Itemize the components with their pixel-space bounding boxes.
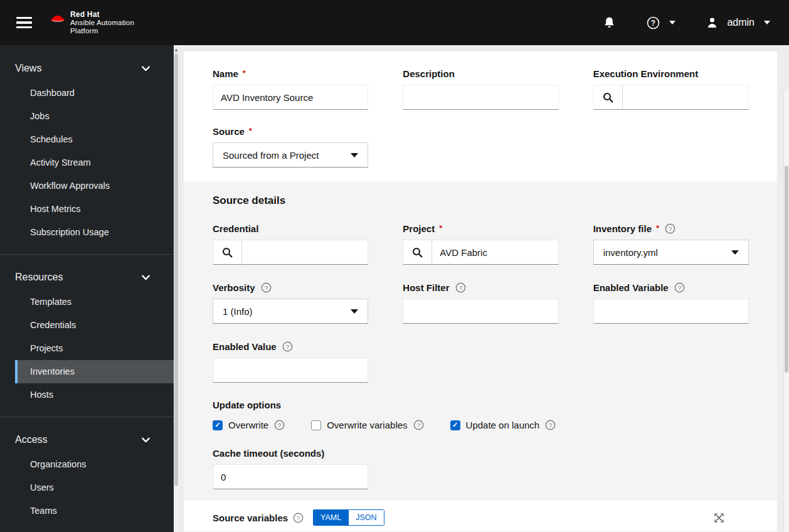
sidebar-item-users[interactable]: Users	[15, 476, 174, 499]
sidebar-group-resources-label: Resources	[15, 272, 63, 283]
overwrite-checkbox[interactable]: ✓	[213, 420, 223, 430]
app-window: Red Hat Ansible Automation Platform ?	[0, 0, 789, 532]
enabled-value-help-icon[interactable]: ?	[282, 341, 293, 352]
sidebar-item-activity-stream[interactable]: Activity Stream	[15, 151, 174, 174]
svg-text:?: ?	[286, 343, 289, 349]
sidebar-scrollbar[interactable]	[174, 45, 179, 532]
sidebar-item-hosts[interactable]: Hosts	[15, 383, 174, 407]
source-details-row-4: Cache timeout (seconds)	[213, 447, 749, 489]
enabled-value-input[interactable]	[213, 358, 368, 383]
overwrite-variables-checkbox[interactable]: ✓	[311, 420, 321, 430]
name-input[interactable]	[213, 85, 368, 110]
enabled-variable-field-group: Enabled Variable ?	[593, 282, 749, 324]
source-label: Source	[213, 126, 252, 137]
inventory-file-help-icon[interactable]: ?	[665, 223, 675, 234]
cache-timeout-input[interactable]	[213, 464, 368, 489]
chevron-down-icon	[142, 437, 150, 443]
brand-line3: Platform	[70, 27, 134, 35]
user-menu-button[interactable]: admin	[707, 17, 770, 29]
source-variables-help-icon[interactable]: ?	[293, 513, 304, 523]
source-variables-row: Source variables ? YAML JSON	[213, 501, 749, 526]
scrollbar-up-arrow-icon[interactable]	[174, 48, 178, 51]
svg-text:?: ?	[651, 18, 655, 27]
user-icon	[707, 17, 718, 29]
inventory-file-select[interactable]: inventory.yml	[593, 240, 749, 265]
cache-timeout-field-group: Cache timeout (seconds)	[213, 447, 368, 489]
svg-text:?: ?	[264, 284, 267, 290]
sidebar-item-dashboard[interactable]: Dashboard	[15, 82, 174, 105]
project-search-button[interactable]	[403, 240, 432, 265]
source-field-group: Source Sourced from a Project	[213, 125, 368, 168]
sidebar-item-subscription-usage[interactable]: Subscription Usage	[15, 221, 174, 244]
enabled-variable-label: Enabled Variable	[593, 282, 669, 293]
sidebar-scrollbar-thumb[interactable]	[174, 53, 178, 486]
project-input[interactable]	[432, 240, 558, 265]
notifications-button[interactable]	[603, 16, 615, 29]
form-row-2: Source Sourced from a Project	[213, 125, 749, 168]
brand-logo: Red Hat Ansible Automation Platform	[50, 11, 134, 35]
svg-text:?: ?	[678, 284, 681, 290]
chevron-down-icon	[142, 66, 150, 72]
sidebar-item-inventories[interactable]: Inventories	[15, 360, 174, 383]
update-on-launch-help-icon[interactable]: ?	[545, 420, 556, 430]
sidebar-group-resources-toggle[interactable]: Resources	[0, 255, 174, 290]
svg-text:?: ?	[549, 422, 552, 428]
update-on-launch-checkbox[interactable]: ✓	[450, 420, 460, 430]
credential-label: Credential	[213, 223, 258, 234]
description-label: Description	[403, 68, 455, 79]
sidebar-nav: Views Dashboard Jobs Schedules Activity …	[0, 45, 174, 532]
sidebar-item-organizations[interactable]: Organizations	[15, 453, 174, 476]
inventory-source-form-card: Name Description Execution Environment	[184, 51, 777, 532]
overwrite-help-icon[interactable]: ?	[274, 420, 285, 430]
overwrite-checkbox-group: ✓ Overwrite ?	[213, 420, 285, 430]
sidebar-group-views-toggle[interactable]: Views	[0, 45, 174, 82]
main-scrollbar[interactable]	[783, 90, 789, 532]
svg-text:?: ?	[458, 284, 462, 290]
question-circle-icon: ?	[647, 16, 660, 29]
name-field-group: Name	[213, 68, 368, 110]
yaml-mode-button[interactable]: YAML	[313, 509, 349, 526]
sidebar-group-access-label: Access	[15, 434, 48, 445]
help-caret-icon	[669, 21, 675, 24]
sidebar-item-jobs[interactable]: Jobs	[15, 105, 174, 128]
sidebar-group-views-label: Views	[15, 63, 41, 74]
overwrite-variables-help-icon[interactable]: ?	[413, 420, 424, 430]
verbosity-help-icon[interactable]: ?	[261, 282, 272, 293]
host-filter-input[interactable]	[403, 299, 558, 324]
svg-text:?: ?	[669, 225, 672, 231]
sidebar-item-host-metrics[interactable]: Host Metrics	[15, 198, 174, 221]
brand-line1: Red Hat	[70, 11, 134, 19]
sidebar-item-schedules[interactable]: Schedules	[15, 128, 174, 151]
credential-input[interactable]	[242, 240, 368, 265]
credential-field-group: Credential	[213, 223, 368, 265]
sidebar-item-teams[interactable]: Teams	[15, 499, 174, 523]
sidebar-item-credentials[interactable]: Credentials	[15, 314, 174, 337]
enabled-variable-help-icon[interactable]: ?	[674, 282, 685, 293]
execution-environment-search-button[interactable]	[593, 85, 623, 110]
brand-line2: Ansible Automation	[70, 19, 134, 27]
name-label: Name	[213, 68, 246, 79]
sidebar-item-templates[interactable]: Templates	[15, 290, 174, 314]
verbosity-select[interactable]: 1 (Info)	[213, 299, 368, 324]
host-filter-help-icon[interactable]: ?	[455, 282, 466, 293]
update-on-launch-checkbox-group: ✓ Update on launch ?	[450, 420, 556, 430]
description-input[interactable]	[403, 85, 558, 110]
sidebar-item-workflow-approvals[interactable]: Workflow Approvals	[15, 174, 174, 198]
credential-search-button[interactable]	[213, 240, 242, 265]
caret-down-icon	[351, 309, 358, 314]
json-mode-button[interactable]: JSON	[349, 509, 384, 526]
help-menu-button[interactable]: ?	[647, 16, 675, 29]
expand-arrows-icon	[713, 512, 725, 524]
sidebar-group-access-toggle[interactable]: Access	[0, 417, 174, 453]
execution-environment-input[interactable]	[623, 85, 749, 110]
enabled-variable-input[interactable]	[593, 299, 749, 324]
expand-editor-button[interactable]	[713, 512, 725, 524]
nav-toggle-button[interactable]	[11, 9, 37, 36]
chevron-down-icon	[142, 275, 150, 280]
navbar-actions: ? admin	[603, 16, 770, 29]
execution-environment-field-group: Execution Environment	[593, 68, 749, 110]
main-scrollbar-thumb[interactable]	[785, 166, 788, 373]
hamburger-icon	[16, 17, 32, 29]
sidebar-item-projects[interactable]: Projects	[15, 337, 174, 360]
source-select[interactable]: Sourced from a Project	[213, 142, 368, 168]
